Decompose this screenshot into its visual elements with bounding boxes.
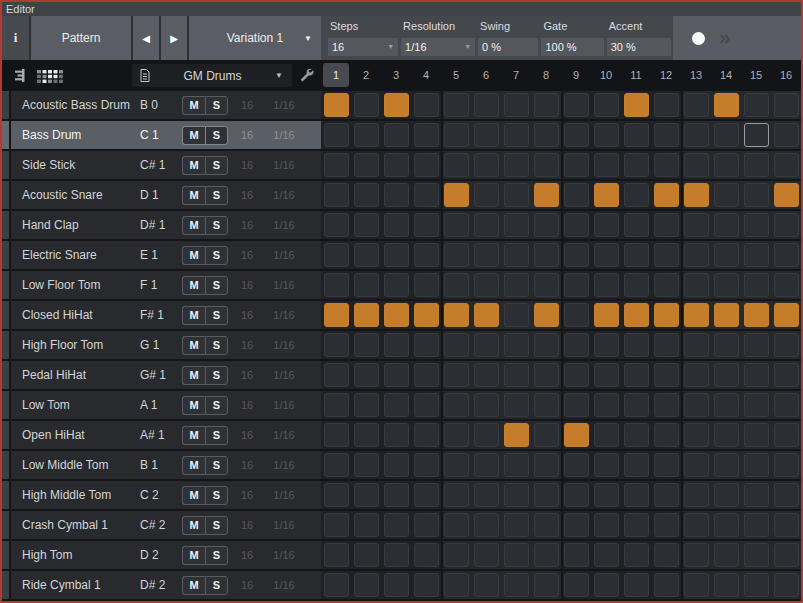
mute-button[interactable]: M	[182, 576, 205, 595]
step-cell[interactable]	[351, 151, 381, 179]
step-cell[interactable]	[621, 511, 651, 539]
step-cell[interactable]	[381, 331, 411, 359]
step-cell[interactable]	[381, 91, 411, 119]
solo-button[interactable]: S	[205, 396, 228, 415]
row-drag-handle[interactable]	[2, 391, 9, 419]
step-cell[interactable]	[771, 421, 801, 449]
step-cell[interactable]	[501, 331, 531, 359]
step-cell[interactable]	[711, 541, 741, 569]
track-label-area[interactable]: Acoustic SnareD 1MS161/16	[11, 181, 321, 209]
step-cell[interactable]	[651, 331, 681, 359]
track-label-area[interactable]: Ride Cymbal 1D# 2MS161/16	[11, 571, 321, 599]
row-drag-handle[interactable]	[2, 361, 9, 389]
step-cell[interactable]	[681, 421, 711, 449]
step-cell[interactable]	[321, 451, 351, 479]
step-cell[interactable]	[501, 151, 531, 179]
step-cell[interactable]	[381, 541, 411, 569]
track-label-area[interactable]: Hand ClapD# 1MS161/16	[11, 211, 321, 239]
mute-button[interactable]: M	[182, 486, 205, 505]
track-steps-value[interactable]: 16	[232, 459, 262, 471]
row-drag-handle[interactable]	[2, 241, 9, 269]
step-cell[interactable]	[681, 271, 711, 299]
mute-button[interactable]: M	[182, 186, 205, 205]
track-label-area[interactable]: High Floor TomG 1MS161/16	[11, 331, 321, 359]
step-cell[interactable]	[441, 181, 471, 209]
step-cell[interactable]	[351, 571, 381, 599]
step-cell[interactable]	[591, 241, 621, 269]
step-cell[interactable]	[621, 481, 651, 509]
step-number[interactable]: 12	[651, 60, 681, 91]
step-cell[interactable]	[771, 211, 801, 239]
step-cell[interactable]	[501, 211, 531, 239]
track-steps-value[interactable]: 16	[232, 189, 262, 201]
step-cell[interactable]	[681, 181, 711, 209]
step-number[interactable]: 5	[441, 60, 471, 91]
track-resolution-value[interactable]: 1/16	[262, 219, 306, 231]
step-cell[interactable]	[681, 511, 711, 539]
step-cell[interactable]	[411, 241, 441, 269]
step-cell[interactable]	[711, 271, 741, 299]
step-cell[interactable]	[411, 91, 441, 119]
step-cell[interactable]	[381, 301, 411, 329]
step-cell[interactable]	[501, 391, 531, 419]
step-cell[interactable]	[681, 91, 711, 119]
step-cell[interactable]	[531, 121, 561, 149]
step-cell[interactable]	[471, 571, 501, 599]
step-cell[interactable]	[531, 571, 561, 599]
step-cell[interactable]	[381, 181, 411, 209]
step-cell[interactable]	[501, 91, 531, 119]
step-cell[interactable]	[501, 451, 531, 479]
preset-select[interactable]: GM Drums ▼	[132, 64, 292, 87]
step-cell[interactable]	[771, 121, 801, 149]
step-number[interactable]: 6	[471, 60, 501, 91]
track-resolution-value[interactable]: 1/16	[262, 129, 306, 141]
step-cell[interactable]	[591, 511, 621, 539]
step-cell[interactable]	[591, 361, 621, 389]
mute-button[interactable]: M	[182, 426, 205, 445]
step-cell[interactable]	[531, 421, 561, 449]
step-cell[interactable]	[351, 541, 381, 569]
step-cell[interactable]	[381, 421, 411, 449]
track-label-area[interactable]: Low Floor TomF 1MS161/16	[11, 271, 321, 299]
step-cell[interactable]	[561, 391, 591, 419]
step-cell[interactable]	[681, 481, 711, 509]
step-cell[interactable]	[321, 331, 351, 359]
step-cell[interactable]	[381, 511, 411, 539]
step-cell[interactable]	[351, 391, 381, 419]
step-cell[interactable]	[621, 121, 651, 149]
step-cell[interactable]	[441, 481, 471, 509]
step-cell[interactable]	[621, 391, 651, 419]
step-cell[interactable]	[471, 331, 501, 359]
step-cell[interactable]	[651, 481, 681, 509]
track-steps-value[interactable]: 16	[232, 399, 262, 411]
step-cell[interactable]	[471, 241, 501, 269]
step-cell[interactable]	[351, 301, 381, 329]
step-cell[interactable]	[471, 451, 501, 479]
info-button[interactable]: i	[2, 16, 29, 60]
step-cell[interactable]	[681, 391, 711, 419]
step-cell[interactable]	[561, 421, 591, 449]
step-cell[interactable]	[711, 301, 741, 329]
step-cell[interactable]	[561, 271, 591, 299]
step-cell[interactable]	[411, 571, 441, 599]
track-steps-value[interactable]: 16	[232, 309, 262, 321]
step-cell[interactable]	[501, 301, 531, 329]
step-cell[interactable]	[741, 391, 771, 419]
step-cell[interactable]	[381, 151, 411, 179]
step-cell[interactable]	[621, 421, 651, 449]
step-cell[interactable]	[351, 511, 381, 539]
step-cell[interactable]	[561, 541, 591, 569]
step-cell[interactable]	[441, 121, 471, 149]
step-cell[interactable]	[651, 361, 681, 389]
step-cell[interactable]	[591, 451, 621, 479]
step-cell[interactable]	[471, 541, 501, 569]
track-resolution-value[interactable]: 1/16	[262, 399, 306, 411]
step-cell[interactable]	[651, 511, 681, 539]
step-cell[interactable]	[531, 511, 561, 539]
track-resolution-value[interactable]: 1/16	[262, 339, 306, 351]
step-cell[interactable]	[561, 151, 591, 179]
step-cell[interactable]	[651, 91, 681, 119]
track-steps-value[interactable]: 16	[232, 279, 262, 291]
step-cell[interactable]	[771, 451, 801, 479]
step-cell[interactable]	[711, 151, 741, 179]
